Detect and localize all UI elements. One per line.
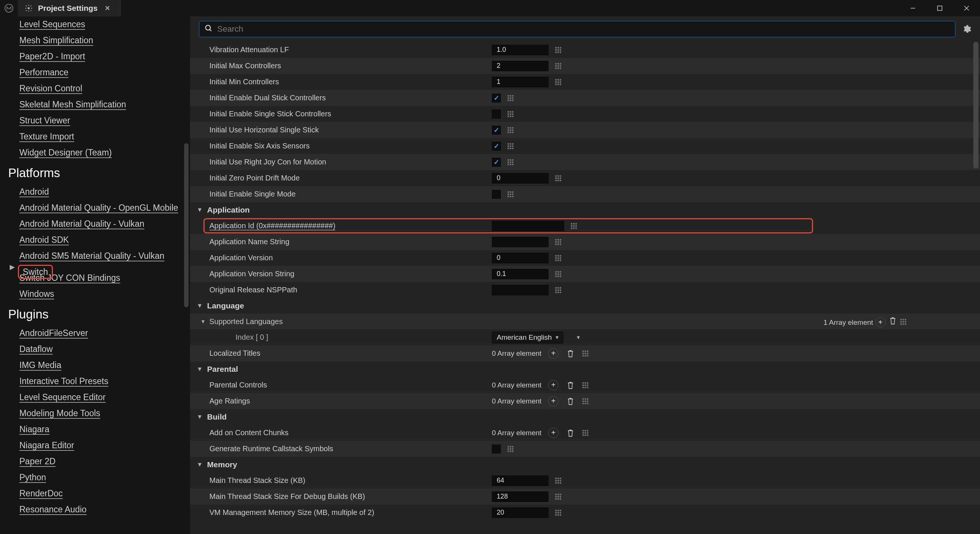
value-input[interactable]: [492, 221, 564, 231]
chevron-down-icon[interactable]: ▾: [577, 334, 580, 341]
sidebar-item[interactable]: AndroidFileServer: [6, 325, 175, 341]
array-add-icon[interactable]: +: [875, 317, 886, 327]
sidebar-item[interactable]: Level Sequence Editor: [6, 389, 175, 405]
reset-to-default-icon[interactable]: [582, 430, 590, 436]
sidebar-item[interactable]: Performance: [6, 64, 175, 81]
reset-to-default-icon[interactable]: [508, 191, 516, 197]
section-build[interactable]: ▼Build: [190, 409, 980, 425]
reset-to-default-icon[interactable]: [508, 143, 516, 149]
checkbox[interactable]: [492, 110, 501, 119]
sidebar-item[interactable]: Windows: [6, 286, 175, 302]
reset-to-default-icon[interactable]: [571, 223, 579, 229]
reset-to-default-icon[interactable]: [555, 255, 563, 261]
section-parental[interactable]: ▼Parental: [190, 361, 980, 377]
array-add-icon[interactable]: +: [548, 380, 558, 391]
sidebar-item[interactable]: Python: [6, 470, 175, 486]
reset-to-default-icon[interactable]: [555, 510, 563, 516]
value-input[interactable]: [492, 61, 549, 71]
section-application[interactable]: ▼Application: [190, 202, 980, 218]
reset-to-default-icon[interactable]: [555, 175, 563, 181]
app-logo[interactable]: [0, 0, 18, 16]
array-clear-icon[interactable]: [565, 428, 576, 438]
sidebar-item[interactable]: Mesh Simplification: [6, 32, 175, 48]
sidebar-item[interactable]: Android Material Quality - Vulkan: [6, 216, 175, 232]
subsection-supported-languages[interactable]: ▼Supported Languages 1 Array element +: [190, 314, 980, 329]
value-input[interactable]: [492, 173, 549, 183]
array-clear-icon[interactable]: [565, 396, 576, 406]
sidebar-item[interactable]: Resonance Audio: [6, 502, 175, 518]
section-memory[interactable]: ▼Memory: [190, 457, 980, 472]
sidebar-item[interactable]: Dataflow: [6, 341, 175, 357]
sidebar-item[interactable]: Widget Designer (Team): [6, 145, 175, 161]
checkbox[interactable]: [492, 445, 501, 453]
checkbox[interactable]: [492, 158, 501, 167]
value-input[interactable]: [492, 237, 549, 247]
search-input[interactable]: [217, 24, 950, 34]
reset-to-default-icon[interactable]: [900, 319, 908, 325]
settings-gear-icon[interactable]: [961, 23, 972, 35]
sidebar-item[interactable]: Niagara Editor: [6, 437, 175, 453]
sidebar-item[interactable]: Skeletal Mesh Simplification: [6, 97, 175, 113]
value-input[interactable]: [492, 45, 549, 55]
reset-to-default-icon[interactable]: [582, 382, 590, 388]
sidebar-item[interactable]: Android: [6, 184, 175, 200]
array-clear-icon[interactable]: [565, 380, 576, 391]
sidebar-item[interactable]: Texture Import: [6, 129, 175, 145]
value-input[interactable]: [492, 491, 549, 502]
checkbox[interactable]: [492, 94, 501, 102]
sidebar-item[interactable]: Revision Control: [6, 81, 175, 97]
sidebar-item[interactable]: Niagara: [6, 421, 175, 437]
reset-to-default-icon[interactable]: [555, 271, 563, 277]
reset-to-default-icon[interactable]: [508, 159, 516, 165]
reset-to-default-icon[interactable]: [555, 287, 563, 293]
reset-to-default-icon[interactable]: [555, 478, 563, 484]
reset-to-default-icon[interactable]: [555, 63, 563, 69]
sidebar-item[interactable]: Android SDK: [6, 232, 175, 248]
array-clear-icon[interactable]: [565, 348, 576, 359]
tab-close-icon[interactable]: ×: [103, 3, 112, 13]
array-add-icon[interactable]: +: [548, 396, 558, 406]
sidebar-item[interactable]: Struct Viewer: [6, 113, 175, 129]
close-button[interactable]: [953, 0, 980, 16]
array-add-icon[interactable]: +: [548, 428, 558, 438]
tab-project-settings[interactable]: Project Settings ×: [18, 0, 121, 16]
checkbox[interactable]: [492, 126, 501, 135]
section-language[interactable]: ▼Language: [190, 298, 980, 314]
reset-to-default-icon[interactable]: [508, 127, 516, 133]
search-box[interactable]: [199, 21, 955, 37]
minimize-button[interactable]: [899, 0, 926, 16]
reset-to-default-icon[interactable]: [555, 47, 563, 53]
checkbox[interactable]: [492, 142, 501, 151]
reset-to-default-icon[interactable]: [508, 446, 516, 452]
value-input[interactable]: [492, 269, 549, 279]
sidebar-item[interactable]: Android SM5 Material Quality - Vulkan: [6, 248, 175, 264]
value-input[interactable]: [492, 253, 549, 263]
sidebar-item[interactable]: RenderDoc: [6, 486, 175, 502]
value-input[interactable]: [492, 77, 549, 87]
sidebar-scrollbar[interactable]: [184, 143, 189, 307]
array-add-icon[interactable]: +: [548, 348, 558, 359]
reset-to-default-icon[interactable]: [508, 111, 516, 117]
sidebar-item[interactable]: IMG Media: [6, 357, 175, 373]
checkbox[interactable]: [492, 190, 501, 199]
language-dropdown[interactable]: American English▾: [492, 332, 563, 343]
value-input[interactable]: [492, 507, 549, 518]
value-input[interactable]: [492, 285, 549, 295]
reset-to-default-icon[interactable]: [582, 398, 590, 404]
sidebar-item-switch[interactable]: ▶ Switch: [6, 264, 175, 270]
sidebar-item[interactable]: Interactive Tool Presets: [6, 373, 175, 389]
sidebar-item[interactable]: Android Material Quality - OpenGL Mobile: [6, 200, 175, 216]
sidebar-item[interactable]: Level Sequences: [6, 16, 175, 32]
sidebar-item[interactable]: Paper2D - Import: [6, 48, 175, 64]
maximize-button[interactable]: [926, 0, 953, 16]
reset-to-default-icon[interactable]: [555, 239, 563, 245]
reset-to-default-icon[interactable]: [508, 95, 516, 101]
reset-to-default-icon[interactable]: [582, 351, 590, 357]
sidebar-item[interactable]: Paper 2D: [6, 453, 175, 470]
value-input[interactable]: [492, 475, 549, 486]
reset-to-default-icon[interactable]: [555, 494, 563, 500]
sidebar-item[interactable]: Modeling Mode Tools: [6, 405, 175, 421]
array-clear-icon[interactable]: [888, 316, 898, 326]
setting-label[interactable]: Application Id (0x################): [205, 222, 492, 230]
reset-to-default-icon[interactable]: [555, 79, 563, 85]
